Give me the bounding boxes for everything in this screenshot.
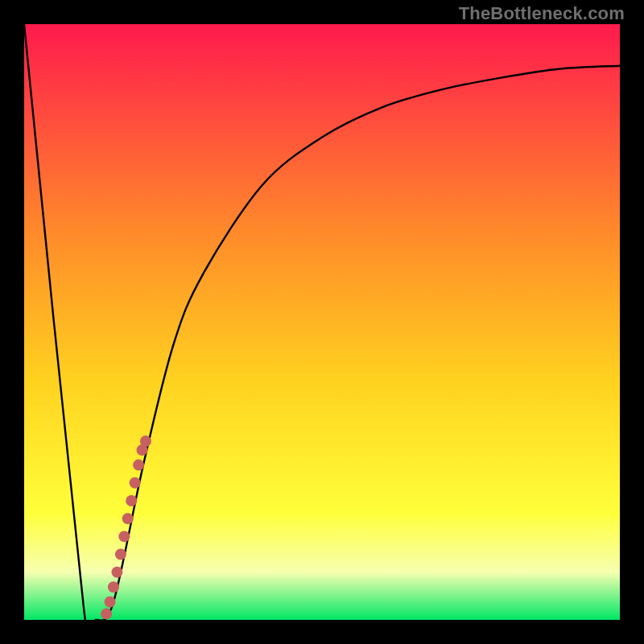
highlight-dot (126, 495, 137, 506)
highlight-dot (101, 609, 112, 620)
watermark-text: TheBottleneck.com (459, 3, 625, 24)
highlight-dot (108, 581, 119, 592)
highlight-dot (140, 436, 151, 447)
highlight-dot (130, 477, 141, 489)
gradient-background (24, 24, 620, 620)
highlight-dot (105, 597, 116, 608)
chart-frame: TheBottleneck.com (0, 0, 644, 644)
bottleneck-chart (24, 24, 620, 620)
highlight-dot (115, 549, 126, 560)
highlight-dot (118, 530, 130, 542)
highlight-dot (111, 567, 122, 578)
highlight-dot (133, 460, 144, 471)
highlight-dot (122, 513, 134, 524)
